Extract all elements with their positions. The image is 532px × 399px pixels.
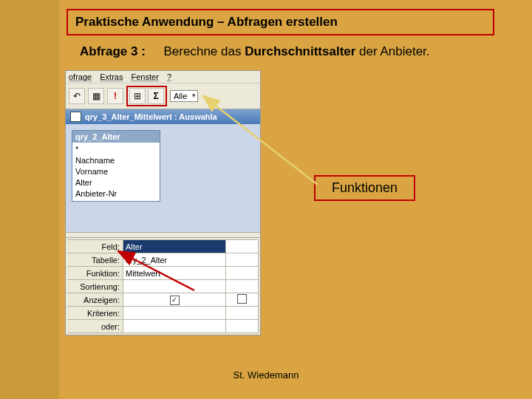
grid-cell[interactable] (123, 320, 226, 333)
grid-cell[interactable] (123, 280, 226, 293)
qbe-grid: Feld: Alter Tabelle: qry_2_Alter Funktio… (66, 238, 260, 335)
checkbox-icon (237, 294, 247, 304)
menu-item[interactable]: ? (167, 72, 171, 81)
left-decor-strip (0, 0, 59, 399)
mdi-title-text: qry_3_Alter_Mittelwert : Auswahla (85, 112, 217, 121)
top-values-select[interactable]: Alle (170, 90, 198, 102)
grid-cell-funktion[interactable]: Mittelwert (123, 267, 226, 280)
grid-cell[interactable] (226, 253, 259, 267)
page-title: Praktische Anwendung – Abfragen erstelle… (66, 9, 494, 35)
row-label-oder: oder: (67, 320, 123, 333)
subtitle-prefix: Berechne das (164, 44, 245, 58)
source-field-list: * Nachname Vorname Alter Anbieter-Nr (72, 143, 160, 201)
row-label-anzeigen: Anzeigen: (67, 293, 123, 307)
row-label-kriterien: Kriterien: (67, 307, 123, 320)
splitter[interactable] (66, 232, 260, 238)
callout-funktionen: Funktionen (314, 175, 415, 201)
footer-author: St. Wiedemann (0, 369, 532, 381)
field-item[interactable]: Anbieter-Nr (75, 188, 157, 200)
mdi-window-title: qry_3_Alter_Mittelwert : Auswahla (66, 109, 260, 124)
subtitle-label: Abfrage 3 : (80, 44, 146, 58)
design-upper-pane: qry_2_Alter * Nachname Vorname Alter Anb… (66, 124, 260, 232)
source-table[interactable]: qry_2_Alter * Nachname Vorname Alter Anb… (72, 130, 160, 202)
sigma-button[interactable]: Σ (148, 88, 164, 104)
field-item[interactable]: * (75, 144, 157, 155)
query-icon (70, 112, 81, 122)
grid-cell[interactable] (226, 320, 259, 333)
row-label-sortierung: Sortierung: (67, 280, 123, 293)
field-item[interactable]: Alter (75, 177, 157, 188)
row-label-funktion: Funktion: (67, 267, 123, 280)
subtitle-suffix: der Anbieter. (355, 44, 429, 58)
grid-cell-anzeigen[interactable]: ✓ (123, 293, 226, 307)
row-label-feld: Feld: (67, 240, 123, 253)
totals-highlight-box: ⊞ Σ (126, 86, 167, 106)
grid-cell-feld[interactable]: Alter (123, 240, 226, 253)
grid-cell[interactable] (226, 267, 259, 280)
subtitle-bold: Durchschnittsalter (245, 44, 355, 58)
toolbar: ↶ ▦ ! ⊞ Σ Alle (66, 83, 260, 109)
grid-cell[interactable] (226, 307, 259, 320)
show-table-icon[interactable]: ⊞ (129, 88, 146, 104)
menu-item[interactable]: Extras (100, 72, 123, 81)
source-table-header: qry_2_Alter (72, 131, 160, 143)
undo-icon[interactable]: ↶ (69, 88, 85, 104)
access-query-designer: ofrage Extras Fenster ? ↶ ▦ ! ⊞ Σ Alle q… (65, 70, 261, 335)
subtitle: Abfrage 3 : Berechne das Durchschnittsal… (80, 44, 430, 59)
field-item[interactable]: Nachname (75, 155, 157, 166)
run-button[interactable]: ! (107, 88, 123, 104)
grid-cell[interactable] (226, 280, 259, 293)
checkbox-icon: ✓ (170, 296, 180, 305)
row-label-tabelle: Tabelle: (67, 253, 123, 267)
grid-cell-tabelle[interactable]: qry_2_Alter (123, 253, 226, 267)
grid-cell[interactable] (226, 293, 259, 307)
field-item[interactable]: Vorname (75, 166, 157, 177)
menu-item[interactable]: ofrage (69, 72, 92, 81)
menubar: ofrage Extras Fenster ? (66, 71, 260, 83)
menu-item[interactable]: Fenster (132, 72, 159, 81)
grid-cell[interactable] (123, 307, 226, 320)
table-icon[interactable]: ▦ (88, 88, 104, 104)
grid-cell[interactable] (226, 240, 259, 253)
